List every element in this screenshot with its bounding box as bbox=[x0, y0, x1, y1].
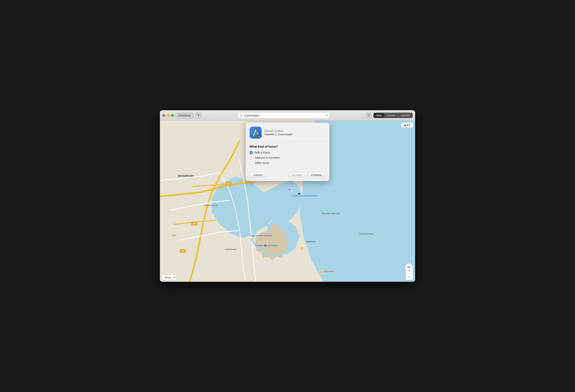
search-area: 🔍 Copenhagen ✕ bbox=[203, 112, 364, 119]
titlebar: Directions ⬆ 🔍 Copenhagen ✕ ⬆ Map Transi… bbox=[160, 110, 415, 121]
radio-other-issue[interactable] bbox=[250, 161, 253, 165]
map-type-transit-button[interactable]: Transit bbox=[384, 113, 398, 118]
current-location-button[interactable]: ⬆ bbox=[195, 112, 201, 119]
share-button[interactable]: ⬆ bbox=[366, 112, 372, 119]
share-icon: ⬆ bbox=[368, 114, 370, 117]
report-issue-modal: 3D Marked Location Kastellet 1, Copenhag… bbox=[246, 123, 329, 181]
modal-title-area: Marked Location Kastellet 1, Copenhagen bbox=[264, 129, 325, 136]
search-input[interactable]: Copenhagen bbox=[244, 114, 324, 117]
app-window: Directions ⬆ 🔍 Copenhagen ✕ ⬆ Map Transi… bbox=[160, 110, 415, 282]
modal-question: What kind of issue? bbox=[250, 145, 325, 148]
map-type-selector: Map Transit Satellite bbox=[373, 113, 413, 118]
traffic-lights bbox=[162, 114, 174, 117]
go-back-button[interactable]: Go Back bbox=[288, 172, 306, 178]
modal-address: Kastellet 1, Copenhagen bbox=[264, 133, 325, 136]
radio-option-address-incorrect[interactable]: Address Is Incorrect bbox=[250, 156, 325, 159]
continue-button[interactable]: Continue bbox=[308, 172, 325, 178]
radio-option-add-place[interactable]: Add a Place bbox=[250, 151, 325, 154]
modal-location-type: Marked Location bbox=[264, 129, 325, 132]
cancel-button[interactable]: Cancel bbox=[250, 172, 266, 178]
directions-label: Directions bbox=[178, 114, 191, 117]
search-icon: 🔍 bbox=[240, 114, 243, 117]
modal-body: What kind of issue? Add a Place Address … bbox=[246, 142, 329, 170]
location-arrow-icon: ⬆ bbox=[197, 114, 200, 117]
search-clear-button[interactable]: ✕ bbox=[325, 114, 328, 117]
directions-button[interactable]: Directions bbox=[175, 112, 194, 119]
radio-address-incorrect[interactable] bbox=[250, 156, 253, 159]
modal-overlay: 3D Marked Location Kastellet 1, Copenhag… bbox=[160, 121, 415, 282]
radio-add-place[interactable] bbox=[250, 151, 253, 154]
radio-option-other-issue[interactable]: Other Issue bbox=[250, 161, 325, 165]
modal-icon: 3D bbox=[250, 127, 262, 139]
modal-footer: Cancel Go Back Continue bbox=[246, 170, 329, 181]
map-container[interactable]: ØSTERPORT Langelinie Lystbaadehavn The L… bbox=[160, 121, 415, 282]
svg-point-2 bbox=[256, 131, 258, 132]
radio-address-incorrect-label: Address Is Incorrect bbox=[255, 156, 280, 159]
icon-3d-badge: 3D bbox=[258, 136, 261, 138]
map-type-satellite-button[interactable]: Satellite bbox=[398, 113, 412, 118]
close-button[interactable] bbox=[162, 114, 165, 117]
minimize-button[interactable] bbox=[167, 114, 169, 117]
modal-header: 3D Marked Location Kastellet 1, Copenhag… bbox=[246, 123, 329, 142]
map-type-map-button[interactable]: Map bbox=[374, 113, 384, 118]
maximize-button[interactable] bbox=[171, 114, 174, 117]
radio-other-issue-label: Other Issue bbox=[255, 161, 269, 165]
radio-add-place-label: Add a Place bbox=[255, 151, 270, 154]
search-bar: 🔍 Copenhagen ✕ bbox=[238, 112, 330, 119]
footer-right-buttons: Go Back Continue bbox=[288, 172, 325, 178]
maps-app-icon: 3D bbox=[250, 127, 262, 139]
